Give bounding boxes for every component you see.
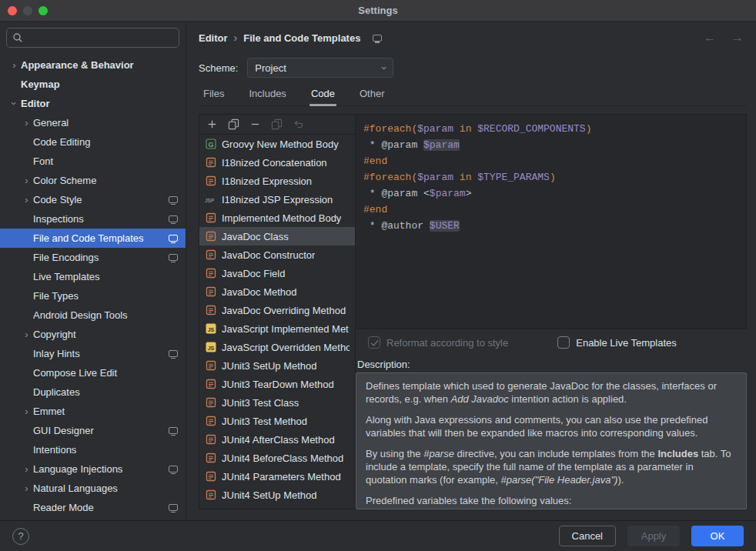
sidebar-item-language-injections[interactable]: ›Language Injections (0, 459, 186, 479)
sidebar-item-reader-mode[interactable]: Reader Mode (0, 498, 186, 517)
settings-search[interactable] (6, 28, 179, 48)
sidebar-item-code-editing[interactable]: Code Editing (0, 132, 186, 152)
sidebar-item-label: Live Templates (33, 271, 178, 282)
sidebar-item-label: Android Design Tools (33, 309, 178, 321)
reformat-label: Reformat according to style (386, 337, 508, 349)
template-item-javadoc-method[interactable]: JavaDoc Method (199, 282, 355, 301)
help-button[interactable]: ? (12, 528, 29, 545)
template-item-junit4-setup-method[interactable]: JUnit4 SetUp Method (199, 486, 355, 504)
template-item-label: I18nized JSP Expression (222, 194, 333, 205)
chevron-right-icon[interactable]: › (8, 60, 21, 70)
forward-icon[interactable]: → (731, 31, 744, 45)
chevron-right-icon[interactable]: › (20, 406, 33, 416)
template-item-javadoc-field[interactable]: JavaDoc Field (199, 264, 355, 282)
scheme-select[interactable]: Project › (247, 58, 393, 78)
tab-includes[interactable]: Includes (247, 84, 287, 105)
chevron-right-icon[interactable]: › (20, 195, 33, 205)
chevron-right-icon[interactable]: › (20, 483, 33, 493)
close-button[interactable] (8, 6, 17, 15)
sidebar-item-gui-designer[interactable]: GUI Designer (0, 421, 186, 440)
template-item-junit4-parameters-method[interactable]: JUnit4 Parameters Method (199, 467, 355, 486)
scheme-row: Scheme: Project › (199, 54, 747, 82)
svg-text:JS: JS (208, 346, 215, 351)
svg-text:G: G (208, 141, 213, 149)
template-item-javascript-implemented-met[interactable]: JSJavaScript Implemented Met (199, 319, 355, 338)
sidebar-item-label: Editor (21, 98, 178, 109)
cancel-button[interactable]: Cancel (559, 526, 616, 546)
template-icon (205, 268, 217, 279)
template-item-i18nized-concatenation[interactable]: I18nized Concatenation (199, 153, 355, 172)
sidebar-item-general[interactable]: ›General (0, 113, 186, 132)
tab-code[interactable]: Code (309, 84, 336, 105)
chevron-right-icon[interactable]: › (20, 464, 33, 474)
sidebar-item-file-and-code-templates[interactable]: File and Code Templates (0, 229, 186, 248)
sidebar-item-label: Code Style (33, 194, 162, 205)
template-item-junit3-test-method[interactable]: JUnit3 Test Method (199, 412, 355, 430)
breadcrumb-editor[interactable]: Editor (199, 32, 228, 44)
template-item-i18nized-expression[interactable]: I18nized Expression (199, 172, 355, 190)
tab-files[interactable]: Files (202, 84, 226, 105)
sidebar-item-file-encodings[interactable]: File Encodings (0, 248, 186, 267)
sidebar-item-font[interactable]: Font (0, 152, 186, 171)
template-item-label: JUnit3 Test Method (222, 416, 307, 427)
sidebar-item-duplicates[interactable]: Duplicates (0, 382, 186, 402)
template-item-javadoc-constructor[interactable]: JavaDoc Constructor (199, 245, 355, 264)
sidebar-item-inspections[interactable]: Inspections (0, 209, 186, 229)
ok-button[interactable]: OK (691, 526, 744, 546)
template-item-junit4-afterclass-method[interactable]: JUnit4 AfterClass Method (199, 430, 355, 449)
minimize-button[interactable] (23, 6, 32, 15)
chevron-right-icon[interactable]: › (20, 175, 33, 185)
sidebar-item-color-scheme[interactable]: ›Color Scheme (0, 171, 186, 190)
zoom-button[interactable] (38, 6, 48, 15)
template-icon (205, 175, 217, 186)
description-box[interactable]: Defines template which used to generate … (356, 372, 747, 509)
js-icon: JS (205, 323, 217, 334)
sidebar-item-code-style[interactable]: ›Code Style (0, 190, 186, 209)
add-icon[interactable] (206, 119, 218, 130)
chevron-right-icon[interactable]: › (20, 329, 33, 339)
scheme-label: Scheme: (199, 62, 238, 74)
template-item-junit4-beforeclass-method[interactable]: JUnit4 BeforeClass Method (199, 449, 355, 467)
template-item-junit3-setup-method[interactable]: JUnit3 SetUp Method (199, 356, 355, 375)
search-input[interactable] (27, 32, 173, 44)
chevron-down-icon[interactable]: › (9, 97, 19, 110)
sidebar-item-emmet[interactable]: ›Emmet (0, 402, 186, 421)
chevron-down-icon: › (379, 66, 390, 69)
back-icon[interactable]: ← (704, 31, 716, 45)
sidebar-item-label: Color Scheme (33, 175, 178, 186)
code-line: #end (363, 153, 738, 169)
template-item-junit3-teardown-method[interactable]: JUnit3 TearDown Method (199, 375, 355, 393)
sidebar-item-compose-live-edit[interactable]: Compose Live Edit (0, 363, 186, 382)
sidebar-item-natural-languages[interactable]: ›Natural Languages (0, 479, 186, 498)
sidebar-item-appearance-behavior[interactable]: ›Appearance & Behavior (0, 55, 186, 75)
ide-settings-icon (169, 235, 178, 242)
remove-icon[interactable] (249, 119, 261, 130)
template-item-javadoc-class[interactable]: JavaDoc Class (199, 227, 355, 245)
sidebar-item-intentions[interactable]: Intentions (0, 440, 186, 459)
sidebar-item-file-types[interactable]: File Types (0, 286, 186, 306)
sidebar-item-label: Reader Mode (33, 502, 162, 513)
template-item-javascript-overridden-metho[interactable]: JSJavaScript Overridden Metho (199, 338, 355, 356)
sidebar-item-android-design-tools[interactable]: Android Design Tools (0, 306, 186, 325)
sidebar-item-inlay-hints[interactable]: Inlay Hints (0, 344, 186, 363)
reformat-checkbox[interactable]: Reformat according to style (368, 336, 508, 349)
copy-icon[interactable] (228, 119, 239, 130)
sidebar-item-live-templates[interactable]: Live Templates (0, 267, 186, 286)
template-item-implemented-method-body[interactable]: Implemented Method Body (199, 209, 355, 227)
template-item-junit3-test-class[interactable]: JUnit3 Test Class (199, 393, 355, 412)
sidebar-item-keymap[interactable]: Keymap (0, 75, 186, 94)
live-templates-checkbox[interactable]: Enable Live Templates (557, 336, 677, 349)
scheme-value: Project (255, 62, 286, 74)
sidebar-item-editor[interactable]: ›Editor (0, 94, 186, 113)
apply-button[interactable]: Apply (627, 526, 680, 546)
template-item-groovy-new-method-body[interactable]: GGroovy New Method Body (199, 135, 355, 153)
code-line: * @author $USER (363, 218, 738, 234)
template-list-panel: GGroovy New Method BodyI18nized Concaten… (199, 114, 356, 509)
sidebar-item-copyright[interactable]: ›Copyright (0, 325, 186, 344)
template-item-javadoc-overriding-method[interactable]: JavaDoc Overriding Method (199, 301, 355, 319)
sidebar-item-label: Duplicates (33, 386, 178, 398)
template-editor[interactable]: #foreach($param in $RECORD_COMPONENTS) *… (356, 114, 747, 329)
tab-other[interactable]: Other (358, 84, 386, 105)
template-item-i18nized-jsp-expression[interactable]: JSPI18nized JSP Expression (199, 190, 355, 209)
chevron-right-icon[interactable]: › (20, 118, 33, 128)
